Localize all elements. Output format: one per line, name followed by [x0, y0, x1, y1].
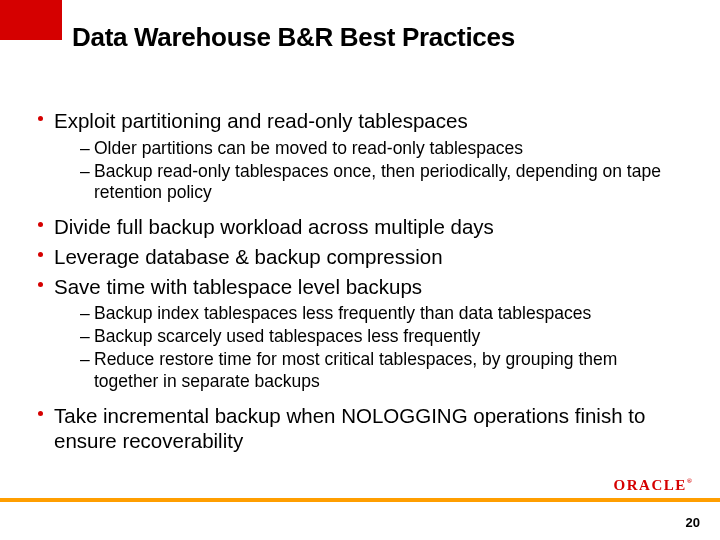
footer-divider [0, 498, 720, 502]
logo-text: ORACLE [614, 477, 687, 493]
bullet-text: Exploit partitioning and read-only table… [54, 109, 468, 132]
bullet-level2: – Backup index tablespaces less frequent… [80, 303, 686, 325]
dash-icon: – [80, 349, 90, 371]
bullet-text: Leverage database & backup compression [54, 245, 443, 268]
bullet-text: Divide full backup workload across multi… [54, 215, 494, 238]
dash-icon: – [80, 326, 90, 348]
registered-icon: ® [687, 477, 692, 485]
bullet-level1: Exploit partitioning and read-only table… [34, 108, 686, 134]
bullet-text: Backup index tablespaces less frequently… [94, 303, 591, 323]
bullet-level2: – Older partitions can be moved to read-… [80, 138, 686, 160]
bullet-level2: – Backup read-only tablespaces once, the… [80, 161, 686, 205]
sub-bullet-group: – Older partitions can be moved to read-… [80, 138, 686, 205]
bullet-text: Backup scarcely used tablespaces less fr… [94, 326, 480, 346]
bullet-dot-icon [38, 116, 43, 121]
brand-corner-block [0, 0, 62, 40]
bullet-dot-icon [38, 252, 43, 257]
dash-icon: – [80, 303, 90, 325]
bullet-dot-icon [38, 222, 43, 227]
bullet-level1: Take incremental backup when NOLOGGING o… [34, 403, 686, 454]
bullet-level2: – Backup scarcely used tablespaces less … [80, 326, 686, 348]
bullet-level2: – Reduce restore time for most critical … [80, 349, 686, 393]
dash-icon: – [80, 161, 90, 183]
bullet-dot-icon [38, 411, 43, 416]
bullet-text: Older partitions can be moved to read-on… [94, 138, 523, 158]
slide-content: Exploit partitioning and read-only table… [34, 108, 686, 458]
bullet-dot-icon [38, 282, 43, 287]
bullet-text: Reduce restore time for most critical ta… [94, 349, 617, 391]
page-number: 20 [686, 515, 700, 530]
bullet-text: Save time with tablespace level backups [54, 275, 422, 298]
bullet-text: Backup read-only tablespaces once, then … [94, 161, 661, 203]
bullet-level1: Save time with tablespace level backups [34, 274, 686, 300]
dash-icon: – [80, 138, 90, 160]
oracle-logo: ORACLE® [614, 477, 692, 494]
bullet-level1: Divide full backup workload across multi… [34, 214, 686, 240]
bullet-level1: Leverage database & backup compression [34, 244, 686, 270]
sub-bullet-group: – Backup index tablespaces less frequent… [80, 303, 686, 393]
slide-title: Data Warehouse B&R Best Practices [72, 22, 515, 53]
bullet-text: Take incremental backup when NOLOGGING o… [54, 404, 645, 453]
